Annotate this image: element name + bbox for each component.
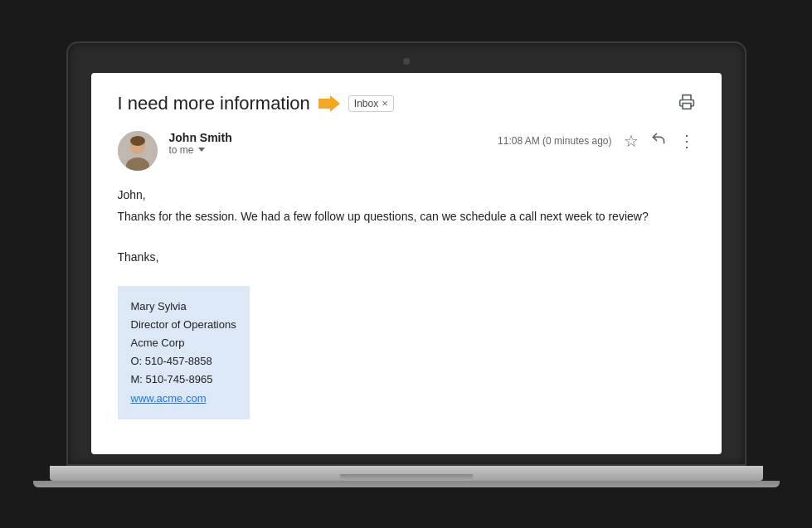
email-container: I need more information Inbox × bbox=[91, 73, 722, 439]
sender-to-dropdown[interactable]: to me bbox=[169, 144, 487, 156]
laptop: I need more information Inbox × bbox=[66, 41, 746, 487]
forward-arrow-icon bbox=[318, 95, 340, 112]
email-subject-row: I need more information Inbox × bbox=[118, 93, 695, 114]
timestamp: 11:08 AM (0 minutes ago) bbox=[498, 135, 611, 147]
sender-name: John Smith bbox=[169, 131, 487, 144]
sig-title: Director of Operations bbox=[131, 316, 236, 334]
laptop-screen-inner: I need more information Inbox × bbox=[91, 73, 722, 454]
sig-website-link[interactable]: www.acme.com bbox=[131, 392, 207, 404]
body-line1: Thanks for the session. We had a few fol… bbox=[118, 207, 695, 225]
sig-mobile: M: 510-745-8965 bbox=[131, 371, 236, 389]
signature-box: Mary Sylvia Director of Operations Acme … bbox=[118, 286, 250, 419]
svg-rect-1 bbox=[683, 103, 691, 109]
sig-company: Acme Corp bbox=[131, 334, 236, 352]
star-button[interactable]: ☆ bbox=[624, 131, 639, 151]
sig-office: O: 510-457-8858 bbox=[131, 352, 236, 371]
print-button[interactable] bbox=[678, 94, 695, 114]
meta-right: 11:08 AM (0 minutes ago) ☆ ⋮ bbox=[498, 131, 694, 151]
sender-info: John Smith to me bbox=[169, 131, 487, 156]
reply-button[interactable] bbox=[650, 131, 667, 150]
svg-marker-0 bbox=[318, 95, 340, 112]
laptop-camera bbox=[403, 58, 410, 65]
inbox-badge: Inbox × bbox=[348, 95, 394, 112]
avatar bbox=[118, 131, 158, 171]
email-meta-row: John Smith to me 11:08 AM (0 minutes ago… bbox=[118, 131, 695, 171]
laptop-screen-outer: I need more information Inbox × bbox=[66, 41, 746, 466]
email-subject: I need more information bbox=[118, 93, 310, 114]
laptop-foot bbox=[33, 481, 780, 487]
inbox-label: Inbox bbox=[354, 98, 378, 109]
laptop-base bbox=[50, 466, 763, 481]
body-greeting: John, bbox=[118, 186, 695, 204]
email-body: John, Thanks for the session. We had a f… bbox=[118, 186, 695, 419]
chevron-down-icon bbox=[198, 148, 205, 152]
more-options-button[interactable]: ⋮ bbox=[678, 131, 695, 151]
svg-point-4 bbox=[130, 136, 145, 146]
inbox-close-button[interactable]: × bbox=[382, 98, 388, 109]
body-sign: Thanks, bbox=[118, 248, 695, 266]
sig-name: Mary Sylvia bbox=[131, 298, 236, 316]
